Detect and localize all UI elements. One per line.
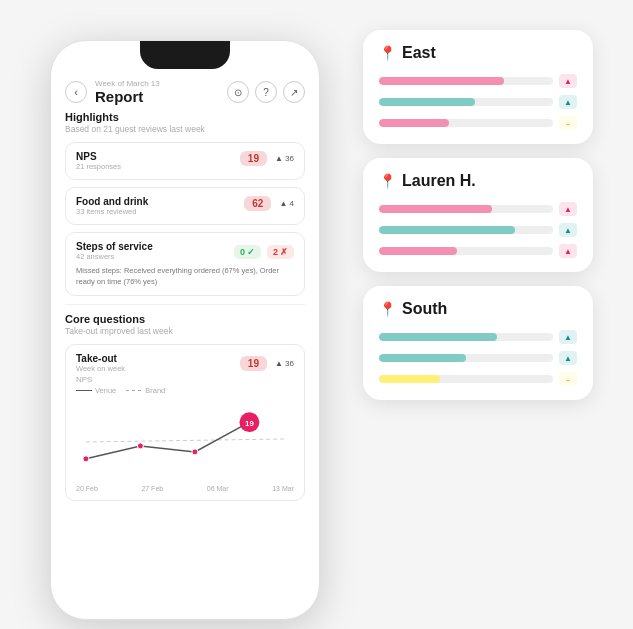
lauren-rows: ▲ ▲ ▲ — [379, 202, 577, 258]
lauren-bar-1-bg — [379, 205, 553, 213]
nps-change: ▲ 36 — [275, 154, 294, 163]
steps-badges: 0 ✓ 2 ✗ — [234, 245, 294, 259]
food-drink-score-row: 62 ▲ 4 — [244, 196, 294, 211]
east-pin-icon: 📍 — [379, 45, 396, 61]
lauren-bar-3-fill — [379, 247, 457, 255]
east-row-3: – — [379, 116, 577, 130]
svg-text:19: 19 — [245, 419, 254, 428]
east-row-1: ▲ — [379, 74, 577, 88]
takeout-card: Take-out Week on week 19 ▲ 36 NPS — [65, 344, 305, 501]
food-drink-card: Food and drink 33 items reviewed 62 ▲ 4 — [65, 187, 305, 225]
lauren-bar-2-fill — [379, 226, 515, 234]
steps-card: Steps of service 42 answers 0 ✓ 2 ✗ — [65, 232, 305, 296]
steps-label: Steps of service — [76, 241, 153, 252]
help-button[interactable]: ? — [255, 81, 277, 103]
nps-header: NPS 21 responses 19 ▲ 36 — [76, 151, 294, 171]
core-questions-section: Core questions Take-out improved last we… — [65, 313, 305, 501]
svg-point-2 — [137, 443, 143, 449]
south-bar-3-label: – — [559, 372, 577, 386]
chart-label-3: 06 Mar — [207, 485, 229, 492]
south-pin-icon: 📍 — [379, 301, 396, 317]
back-button[interactable]: ‹ — [65, 81, 87, 103]
takeout-sublabel: Week on week — [76, 364, 125, 373]
svg-point-3 — [192, 449, 198, 455]
food-drink-label: Food and drink — [76, 196, 148, 207]
location-button[interactable]: ⊙ — [227, 81, 249, 103]
brand-line-icon — [126, 390, 142, 392]
south-panel: 📍 South ▲ ▲ — [363, 286, 593, 400]
phone-notch — [140, 41, 230, 69]
core-questions-subtitle: Take-out improved last week — [65, 326, 305, 336]
lauren-bar-1-label: ▲ — [559, 202, 577, 216]
south-row-2: ▲ — [379, 351, 577, 365]
chart-label-1: 20 Feb — [76, 485, 98, 492]
chart-legend: Venue Brand — [76, 386, 294, 395]
steps-header: Steps of service 42 answers 0 ✓ 2 ✗ — [76, 241, 294, 261]
share-button[interactable]: ↗ — [283, 81, 305, 103]
takeout-score-badge: 19 — [240, 356, 267, 371]
east-bar-3-label: – — [559, 116, 577, 130]
south-name: South — [402, 300, 447, 318]
east-panel: 📍 East ▲ ▲ — [363, 30, 593, 144]
south-location: 📍 South — [379, 300, 577, 318]
steps-fail-icon: ✗ — [280, 247, 288, 257]
highlights-section: Highlights Based on 21 guest reviews las… — [65, 111, 305, 296]
chart-x-labels: 20 Feb 27 Feb 06 Mar 13 Mar — [76, 485, 294, 492]
food-drink-header: Food and drink 33 items reviewed 62 ▲ 4 — [76, 196, 294, 216]
steps-pass-icon: ✓ — [247, 247, 255, 257]
east-bar-1-bg — [379, 77, 553, 85]
east-row-2: ▲ — [379, 95, 577, 109]
east-name: East — [402, 44, 436, 62]
legend-brand: Brand — [126, 386, 165, 395]
nps-info: NPS 21 responses — [76, 151, 121, 171]
highlights-title: Highlights — [65, 111, 305, 123]
takeout-label: Take-out — [76, 353, 125, 364]
chart-label-2: 27 Feb — [141, 485, 163, 492]
steps-pass-count: 0 — [240, 247, 245, 257]
south-bar-3-bg — [379, 375, 553, 383]
east-bar-2-bg — [379, 98, 553, 106]
legend-venue: Venue — [76, 386, 116, 395]
lauren-row-1: ▲ — [379, 202, 577, 216]
south-row-3: – — [379, 372, 577, 386]
steps-sublabel: 42 answers — [76, 252, 153, 261]
east-bar-2-label: ▲ — [559, 95, 577, 109]
nps-score: 19 — [248, 153, 259, 164]
food-drink-score-badge: 62 — [244, 196, 271, 211]
food-drink-info: Food and drink 33 items reviewed — [76, 196, 148, 216]
lauren-name: Lauren H. — [402, 172, 476, 190]
nps-score-row: 19 ▲ 36 — [240, 151, 294, 166]
east-bar-2-fill — [379, 98, 475, 106]
nps-sublabel: 21 responses — [76, 162, 121, 171]
venue-line-icon — [76, 390, 92, 392]
location-panels: 📍 East ▲ ▲ — [363, 30, 593, 400]
lauren-bar-1-fill — [379, 205, 492, 213]
south-bar-1-label: ▲ — [559, 330, 577, 344]
takeout-score: 19 — [248, 358, 259, 369]
east-bar-1-label: ▲ — [559, 74, 577, 88]
header-center: Week of March 13 Report — [95, 79, 227, 105]
east-rows: ▲ ▲ – — [379, 74, 577, 130]
south-bar-1-bg — [379, 333, 553, 341]
east-bar-3-fill — [379, 119, 449, 127]
scene: ‹ Week of March 13 Report ⊙ ? ↗ Highligh… — [20, 20, 613, 629]
section-divider — [65, 304, 305, 305]
lauren-bar-2-label: ▲ — [559, 223, 577, 237]
steps-fail-badge: 2 ✗ — [267, 245, 294, 259]
phone-screen: ‹ Week of March 13 Report ⊙ ? ↗ Highligh… — [51, 69, 319, 620]
food-drink-sublabel: 33 items reviewed — [76, 207, 148, 216]
takeout-header: Take-out Week on week 19 ▲ 36 — [76, 353, 294, 373]
takeout-info: Take-out Week on week — [76, 353, 125, 373]
steps-pass-badge: 0 ✓ — [234, 245, 261, 259]
lauren-panel: 📍 Lauren H. ▲ ▲ — [363, 158, 593, 272]
south-bar-3-fill — [379, 375, 440, 383]
lauren-row-2: ▲ — [379, 223, 577, 237]
steps-missed-text: Missed steps: Received everything ordere… — [76, 266, 294, 287]
phone-device: ‹ Week of March 13 Report ⊙ ? ↗ Highligh… — [50, 40, 320, 620]
steps-info: Steps of service 42 answers — [76, 241, 153, 261]
lauren-row-3: ▲ — [379, 244, 577, 258]
nps-label: NPS — [76, 151, 121, 162]
chart-label-4: 13 Mar — [272, 485, 294, 492]
nps-score-badge: 19 — [240, 151, 267, 166]
south-bar-2-fill — [379, 354, 466, 362]
